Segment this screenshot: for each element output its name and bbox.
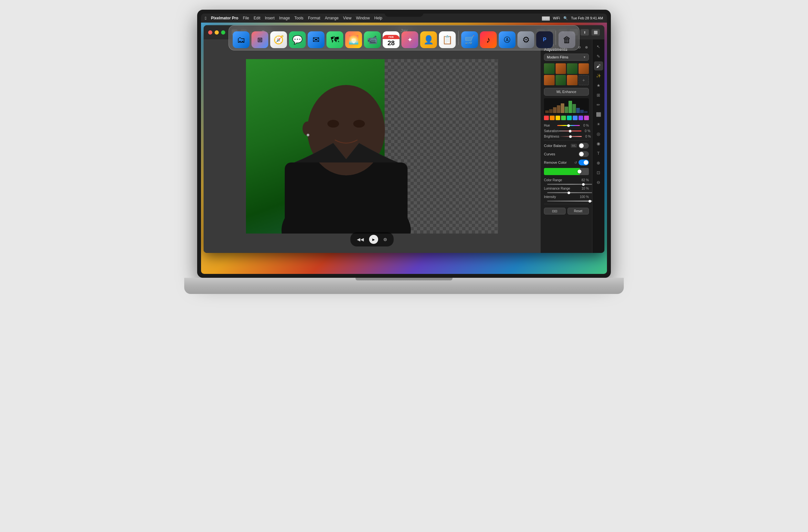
- reset-button[interactable]: Reset: [568, 208, 589, 214]
- tool-paint[interactable]: 🖌: [594, 61, 603, 71]
- tool-edit[interactable]: ✎: [594, 52, 603, 61]
- app-window: ⊞ ❮ Jay Edited: [204, 25, 604, 253]
- dock-facetime[interactable]: 📹: [364, 31, 381, 48]
- film-thumb-2[interactable]: [555, 63, 566, 74]
- dock-messages[interactable]: 💬: [289, 31, 306, 48]
- separator-2: [544, 204, 589, 204]
- remove-color-toggle[interactable]: [579, 159, 589, 165]
- apple-menu[interactable]: : [205, 16, 206, 21]
- dock-finder[interactable]: 🗂: [233, 31, 250, 48]
- play-button[interactable]: ▶: [369, 235, 378, 244]
- channel-cyan[interactable]: [567, 116, 572, 120]
- tool-arrow[interactable]: ↖: [594, 42, 603, 51]
- curves-toggle[interactable]: [579, 151, 589, 157]
- close-button[interactable]: [208, 30, 212, 35]
- minimize-button[interactable]: [215, 30, 219, 35]
- color-range-slider[interactable]: [547, 184, 592, 185]
- screen-inner:  Pixelmator Pro File Edit Insert Image …: [201, 14, 607, 274]
- color-balance-toggle[interactable]: [579, 143, 589, 149]
- menu-help[interactable]: Help: [374, 16, 382, 20]
- tool-circle[interactable]: ◎: [594, 129, 603, 138]
- intensity-slider-container: [541, 199, 592, 203]
- dock-appstore[interactable]: Ⓐ: [499, 31, 515, 48]
- person-image: [246, 59, 498, 233]
- channel-red[interactable]: [544, 116, 549, 120]
- dock-contacts[interactable]: 👤: [420, 31, 437, 48]
- panel-plus-btn[interactable]: ⊕: [584, 44, 589, 50]
- layer-mode-button[interactable]: ⊡⊡: [544, 208, 566, 214]
- film-thumb-6[interactable]: [555, 75, 566, 86]
- film-thumb-1[interactable]: [544, 63, 555, 74]
- dock-music[interactable]: ♪: [480, 31, 497, 48]
- saturation-label: Saturation: [544, 129, 559, 133]
- dock-launchpad[interactable]: ⊞: [252, 31, 268, 48]
- preset-selector[interactable]: Modern Films ▼: [544, 54, 589, 61]
- dock-store[interactable]: 🛒: [461, 31, 478, 48]
- tool-text[interactable]: T: [594, 149, 603, 158]
- menu-edit[interactable]: Edit: [254, 16, 260, 20]
- rewind-icon[interactable]: ◀◀: [357, 237, 364, 242]
- macbook:  Pixelmator Pro File Edit Insert Image …: [184, 0, 624, 532]
- ml-enhance-button[interactable]: ML Enhance: [544, 88, 589, 96]
- menu-tools[interactable]: Tools: [294, 16, 304, 20]
- menu-arrange[interactable]: Arrange: [325, 16, 339, 20]
- panels-btn[interactable]: ⬜: [591, 29, 600, 36]
- dock-pixelmator[interactable]: ✦: [401, 31, 418, 48]
- tool-zoom[interactable]: ⊕: [594, 158, 603, 167]
- film-thumb-add[interactable]: +: [579, 75, 589, 86]
- tool-sun[interactable]: ☀: [594, 119, 603, 129]
- tool-eraser[interactable]: ⬜: [594, 110, 603, 119]
- film-thumb-5[interactable]: [544, 75, 555, 86]
- app-name[interactable]: Pixelmator Pro: [211, 16, 239, 20]
- channel-yellow[interactable]: [555, 116, 561, 120]
- luminance-range-slider[interactable]: [547, 192, 592, 193]
- dock-settings[interactable]: ⚙: [517, 31, 534, 48]
- channel-green[interactable]: [561, 116, 566, 120]
- menu-file[interactable]: File: [243, 16, 249, 20]
- menu-format[interactable]: Format: [308, 16, 320, 20]
- dock-reminders[interactable]: 📋: [439, 31, 456, 48]
- menu-view[interactable]: View: [343, 16, 352, 20]
- color-picker-dot[interactable]: [577, 170, 582, 173]
- search-icon[interactable]: 🔍: [563, 16, 568, 20]
- film-thumb-4[interactable]: [579, 63, 589, 74]
- reset-icon[interactable]: ↺: [574, 161, 577, 165]
- upload-btn[interactable]: ⬆: [581, 29, 589, 36]
- channel-blue[interactable]: [573, 116, 577, 120]
- menu-window[interactable]: Window: [356, 16, 370, 20]
- dock-calendar[interactable]: FEB 28: [383, 31, 400, 48]
- channel-indigo[interactable]: [579, 116, 583, 120]
- color-balance-label: Color Balance: [544, 144, 566, 148]
- brightness-value: 0 %: [583, 135, 591, 138]
- tool-star[interactable]: ★: [594, 81, 603, 90]
- menu-image[interactable]: Image: [279, 16, 290, 20]
- tool-grid[interactable]: ⊞: [594, 91, 603, 99]
- canvas-area[interactable]: ◀◀ ▶ ⊜: [204, 39, 540, 253]
- tool-minus[interactable]: ⊖: [594, 178, 603, 187]
- svg-point-6: [302, 121, 312, 136]
- channel-orange[interactable]: [550, 116, 555, 120]
- dock-pixelmator2[interactable]: P: [536, 31, 553, 48]
- dock-photos[interactable]: 🌅: [345, 31, 362, 48]
- brightness-slider[interactable]: [559, 136, 582, 137]
- dock-mail[interactable]: ✉: [308, 31, 325, 48]
- intensity-row: Intensity 100 %: [541, 194, 592, 199]
- saturation-slider[interactable]: [559, 131, 582, 131]
- film-thumb-7[interactable]: [567, 75, 577, 86]
- dock-trash[interactable]: 🗑: [558, 31, 575, 48]
- menu-icon[interactable]: ⊜: [383, 237, 387, 242]
- brightness-row: Brightness 0 %: [541, 134, 592, 139]
- channel-magenta[interactable]: [584, 116, 589, 120]
- tool-eye[interactable]: ◉: [594, 139, 603, 148]
- tool-magic[interactable]: ✨: [594, 71, 603, 80]
- dock-maps[interactable]: 🗺: [327, 31, 343, 48]
- tool-crop[interactable]: ⊡: [594, 168, 603, 177]
- fullscreen-button[interactable]: [221, 30, 225, 35]
- intensity-slider[interactable]: [547, 201, 592, 202]
- hue-slider[interactable]: [557, 125, 580, 126]
- dock-safari[interactable]: 🧭: [270, 31, 287, 48]
- menu-insert[interactable]: Insert: [265, 16, 274, 20]
- film-thumb-3[interactable]: [567, 63, 577, 74]
- tool-pencil[interactable]: ✏: [594, 100, 603, 109]
- color-picker-bar[interactable]: [544, 168, 589, 175]
